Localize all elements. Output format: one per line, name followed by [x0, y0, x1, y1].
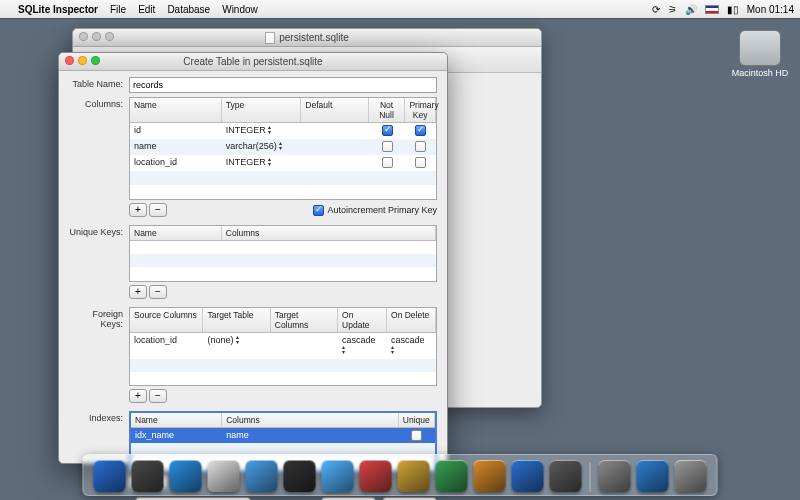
stepper-icon[interactable]	[268, 157, 275, 169]
volume-icon[interactable]: 🔊	[685, 4, 697, 15]
notnull-checkbox[interactable]	[382, 157, 393, 168]
uk-head-columns[interactable]: Columns	[222, 226, 436, 240]
cell-name[interactable]: location_id	[130, 155, 222, 171]
dock-app-icon[interactable]	[132, 460, 164, 492]
fk-target-cols[interactable]	[271, 333, 338, 359]
clock[interactable]: Mon 01:14	[747, 4, 794, 15]
autoincrement-checkbox[interactable]	[313, 205, 324, 216]
dock-app-icon[interactable]	[550, 460, 582, 492]
fk-head-on-delete[interactable]: On Delete	[387, 308, 436, 332]
unique-keys-label: Unique Keys:	[69, 225, 129, 237]
menu-window[interactable]: Window	[222, 4, 258, 15]
col-head-default[interactable]: Default	[301, 98, 368, 122]
fk-head-source[interactable]: Source Columns	[130, 308, 203, 332]
stepper-icon[interactable]	[236, 335, 243, 347]
cell-type[interactable]: INTEGER	[222, 123, 302, 139]
input-source-flag-icon[interactable]	[705, 5, 719, 14]
dock-app-icon[interactable]	[94, 460, 126, 492]
dock-app-icon[interactable]	[170, 460, 202, 492]
dock-app-icon[interactable]	[675, 460, 707, 492]
table-name-input[interactable]	[129, 77, 437, 93]
dock-app-icon[interactable]	[436, 460, 468, 492]
foreign-keys-grid[interactable]: Source Columns Target Table Target Colum…	[129, 307, 437, 386]
cell-name[interactable]: name	[130, 139, 222, 155]
cell-default[interactable]	[301, 123, 368, 139]
idx-head-unique[interactable]: Unique	[399, 413, 435, 427]
sync-icon[interactable]: ⟳	[652, 4, 660, 15]
col-head-pk[interactable]: Primary Key	[405, 98, 436, 122]
close-icon[interactable]	[65, 56, 74, 65]
uk-add-button[interactable]: +	[129, 285, 147, 299]
wifi-icon[interactable]: ⚞	[668, 4, 677, 15]
menu-edit[interactable]: Edit	[138, 4, 155, 15]
dock-app-icon[interactable]	[284, 460, 316, 492]
dialog-title: Create Table in persistent.sqlite	[183, 56, 322, 67]
col-head-name[interactable]: Name	[130, 98, 222, 122]
idx-head-name[interactable]: Name	[131, 413, 222, 427]
cell-default[interactable]	[301, 139, 368, 155]
notnull-checkbox[interactable]	[382, 141, 393, 152]
cell-type[interactable]: varchar(256)	[222, 139, 302, 155]
parent-window-titlebar[interactable]: persistent.sqlite	[73, 29, 541, 47]
dock-app-icon[interactable]	[322, 460, 354, 492]
fk-on-update[interactable]: cascade	[338, 333, 387, 359]
fk-on-delete[interactable]: cascade	[387, 333, 436, 359]
uk-head-name[interactable]: Name	[130, 226, 222, 240]
fk-head-target-cols[interactable]: Target Columns	[271, 308, 338, 332]
fk-head-on-update[interactable]: On Update	[338, 308, 387, 332]
dock-separator	[590, 462, 591, 492]
foreign-keys-label: Foreign Keys:	[69, 307, 129, 329]
cell-default[interactable]	[301, 155, 368, 171]
menu-file[interactable]: File	[110, 4, 126, 15]
zoom-icon[interactable]	[91, 56, 100, 65]
cell-type[interactable]: INTEGER	[222, 155, 302, 171]
create-table-dialog: Create Table in persistent.sqlite Table …	[58, 52, 448, 464]
pk-checkbox[interactable]	[415, 157, 426, 168]
fk-add-button[interactable]: +	[129, 389, 147, 403]
col-head-type[interactable]: Type	[222, 98, 302, 122]
menu-database[interactable]: Database	[167, 4, 210, 15]
pk-checkbox[interactable]	[415, 141, 426, 152]
parent-traffic-lights[interactable]	[79, 32, 114, 41]
dock-app-icon[interactable]	[208, 460, 240, 492]
minimize-icon[interactable]	[78, 56, 87, 65]
dialog-titlebar[interactable]: Create Table in persistent.sqlite	[59, 53, 447, 71]
idx-unique-checkbox[interactable]	[411, 430, 422, 441]
disk-icon	[739, 30, 781, 66]
cell-name[interactable]: id	[130, 123, 222, 139]
fk-target-table[interactable]: (none)	[203, 333, 270, 359]
dock-app-icon[interactable]	[599, 460, 631, 492]
uk-remove-button[interactable]: −	[149, 285, 167, 299]
col-head-notnull[interactable]: Not Null	[369, 98, 406, 122]
battery-icon[interactable]: ▮▯	[727, 4, 739, 15]
dock-app-icon[interactable]	[512, 460, 544, 492]
dock-app-icon[interactable]	[360, 460, 392, 492]
columns-add-button[interactable]: +	[129, 203, 147, 217]
columns-remove-button[interactable]: −	[149, 203, 167, 217]
notnull-checkbox[interactable]	[382, 125, 393, 136]
desktop-hd-icon[interactable]: Macintosh HD	[730, 30, 790, 78]
dialog-traffic-lights[interactable]	[65, 56, 100, 65]
parent-window-title: persistent.sqlite	[279, 32, 348, 43]
stepper-icon[interactable]	[279, 141, 286, 153]
dock-app-icon[interactable]	[246, 460, 278, 492]
autoincrement-label: Autoincrement Primary Key	[327, 205, 437, 215]
dock-app-icon[interactable]	[398, 460, 430, 492]
fk-remove-button[interactable]: −	[149, 389, 167, 403]
fk-source[interactable]: location_id	[130, 333, 203, 359]
app-name[interactable]: SQLite Inspector	[18, 4, 98, 15]
idx-name[interactable]: idx_name	[131, 428, 222, 443]
idx-columns[interactable]: name	[222, 428, 398, 443]
fk-head-target-table[interactable]: Target Table	[203, 308, 270, 332]
indexes-label: Indexes:	[69, 411, 129, 423]
stepper-icon[interactable]	[342, 345, 349, 357]
idx-head-columns[interactable]: Columns	[222, 413, 398, 427]
unique-keys-grid[interactable]: Name Columns	[129, 225, 437, 282]
dock	[83, 454, 718, 496]
columns-grid[interactable]: Name Type Default Not Null Primary Key i…	[129, 97, 437, 200]
dock-app-icon[interactable]	[474, 460, 506, 492]
stepper-icon[interactable]	[391, 345, 398, 357]
pk-checkbox[interactable]	[415, 125, 426, 136]
stepper-icon[interactable]	[268, 125, 275, 137]
dock-app-icon[interactable]	[637, 460, 669, 492]
